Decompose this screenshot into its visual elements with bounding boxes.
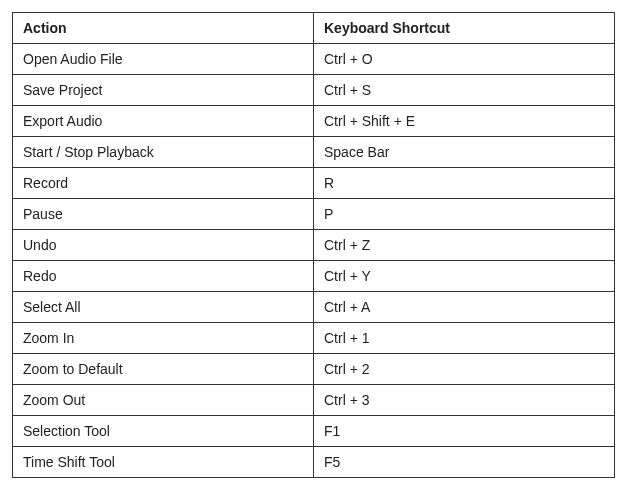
header-action: Action <box>13 13 314 44</box>
table-row: Record R <box>13 168 615 199</box>
cell-shortcut: Ctrl + 2 <box>314 354 615 385</box>
table-header-row: Action Keyboard Shortcut <box>13 13 615 44</box>
table-row: Pause P <box>13 199 615 230</box>
cell-action: Zoom to Default <box>13 354 314 385</box>
cell-action: Redo <box>13 261 314 292</box>
table-row: Selection Tool F1 <box>13 416 615 447</box>
cell-action: Time Shift Tool <box>13 447 314 478</box>
table-row: Open Audio File Ctrl + O <box>13 44 615 75</box>
table-row: Zoom Out Ctrl + 3 <box>13 385 615 416</box>
cell-shortcut: P <box>314 199 615 230</box>
cell-shortcut: Ctrl + S <box>314 75 615 106</box>
shortcuts-table: Action Keyboard Shortcut Open Audio File… <box>12 12 615 478</box>
cell-shortcut: Ctrl + Shift + E <box>314 106 615 137</box>
table-row: Zoom In Ctrl + 1 <box>13 323 615 354</box>
cell-shortcut: F1 <box>314 416 615 447</box>
table-row: Export Audio Ctrl + Shift + E <box>13 106 615 137</box>
cell-shortcut: F5 <box>314 447 615 478</box>
table-row: Time Shift Tool F5 <box>13 447 615 478</box>
cell-action: Undo <box>13 230 314 261</box>
cell-shortcut: Ctrl + 3 <box>314 385 615 416</box>
cell-action: Pause <box>13 199 314 230</box>
cell-action: Select All <box>13 292 314 323</box>
table-row: Start / Stop Playback Space Bar <box>13 137 615 168</box>
cell-shortcut: Ctrl + 1 <box>314 323 615 354</box>
cell-shortcut: Ctrl + Y <box>314 261 615 292</box>
cell-action: Save Project <box>13 75 314 106</box>
cell-action: Zoom In <box>13 323 314 354</box>
table-row: Zoom to Default Ctrl + 2 <box>13 354 615 385</box>
header-shortcut: Keyboard Shortcut <box>314 13 615 44</box>
cell-shortcut: Ctrl + O <box>314 44 615 75</box>
table-row: Redo Ctrl + Y <box>13 261 615 292</box>
table-row: Undo Ctrl + Z <box>13 230 615 261</box>
cell-action: Start / Stop Playback <box>13 137 314 168</box>
cell-action: Selection Tool <box>13 416 314 447</box>
table-body: Open Audio File Ctrl + O Save Project Ct… <box>13 44 615 478</box>
cell-action: Open Audio File <box>13 44 314 75</box>
cell-action: Zoom Out <box>13 385 314 416</box>
table-row: Select All Ctrl + A <box>13 292 615 323</box>
cell-shortcut: Space Bar <box>314 137 615 168</box>
cell-action: Export Audio <box>13 106 314 137</box>
cell-action: Record <box>13 168 314 199</box>
cell-shortcut: Ctrl + Z <box>314 230 615 261</box>
cell-shortcut: R <box>314 168 615 199</box>
table-row: Save Project Ctrl + S <box>13 75 615 106</box>
cell-shortcut: Ctrl + A <box>314 292 615 323</box>
